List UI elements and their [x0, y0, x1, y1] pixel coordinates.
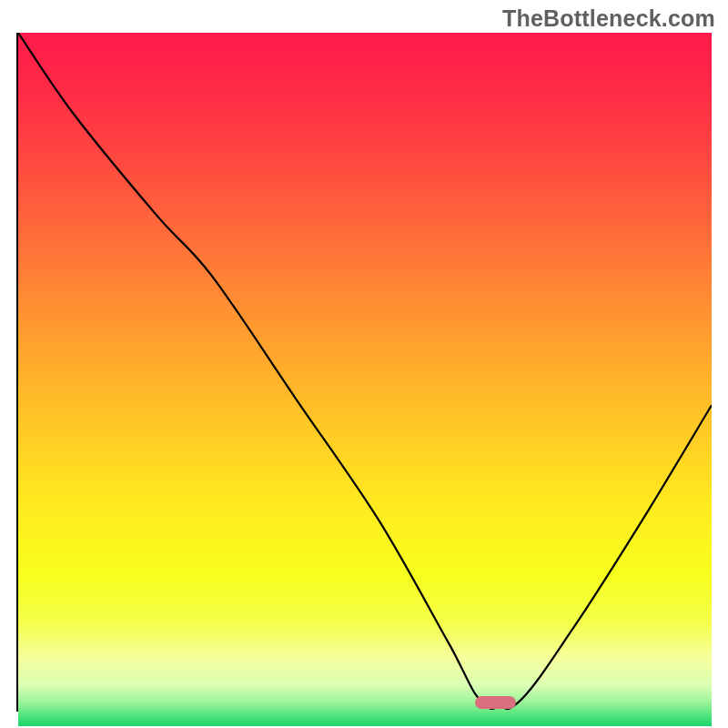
bottleneck-curve: [18, 33, 712, 710]
plot-area: [16, 33, 712, 712]
optimal-marker: [475, 696, 517, 709]
chart-container: TheBottleneck.com: [0, 0, 728, 728]
watermark-text: TheBottleneck.com: [502, 5, 715, 32]
